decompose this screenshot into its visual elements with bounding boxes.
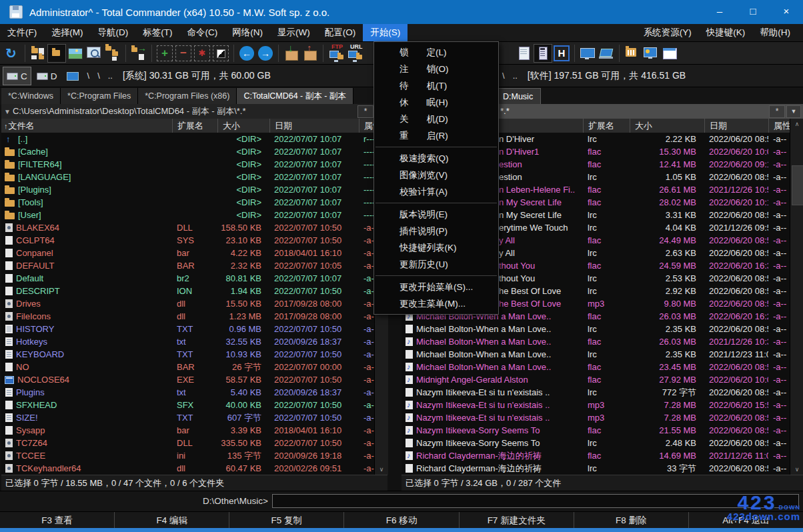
file-row[interactable]: [Plugins]<DIR>2022/07/07 10:07----	[1, 183, 374, 196]
folder-tab[interactable]: *C:Windows	[1, 88, 61, 105]
menubar-item[interactable]: 快捷键(K)	[699, 24, 753, 41]
start-menu-item[interactable]: 图像浏览(V)	[374, 167, 498, 183]
help-icon[interactable]: H	[553, 45, 570, 62]
file-row[interactable]: [..]<DIR>2022/07/07 10:07r---	[1, 133, 374, 145]
file-row[interactable]: [User]<DIR>2022/07/07 10:07----	[1, 209, 374, 221]
file-row[interactable]: HISTORYTXT0.96 MB2022/07/07 10:50-a--	[1, 323, 374, 335]
file-row[interactable]: Pluginstxt5.40 KB2020/09/26 18:37-a--	[1, 386, 374, 399]
file-row[interactable]: DESCRIPTION1.94 KB2022/07/07 10:50-a--	[1, 285, 374, 297]
start-menu-item[interactable]: 极速搜索(Q)	[374, 150, 498, 167]
file-row[interactable]: [LANGUAGE]<DIR>2022/07/07 10:07----	[1, 171, 374, 183]
left-path-bar[interactable]: ▼C:\Users\Administrator\Desktop\TotalCMD…	[1, 104, 400, 119]
file-row[interactable]: Nazym Itikeeva-Sorry Seems Tolrc2.48 KB2…	[402, 437, 790, 449]
column-header-attr[interactable]: 属性	[768, 119, 790, 133]
tree-view-icon[interactable]	[104, 45, 121, 62]
column-header-ext[interactable]: 扩展名	[172, 119, 217, 133]
folder-view-icon[interactable]	[47, 44, 66, 63]
scroll-down-icon[interactable]: ∨	[375, 464, 388, 475]
file-row[interactable]: DEFAULTBAR2.32 KB2022/07/07 10:05-a--	[1, 259, 374, 272]
left-column-headers[interactable]: ↑文件名扩展名大小日期属性	[1, 119, 374, 133]
file-row[interactable]: KEYBOARDTXT10.93 KB2022/07/07 10:50-a--	[1, 348, 374, 361]
start-menu-item[interactable]: 更改开始菜单(S)...	[374, 279, 498, 295]
start-menu-item[interactable]: 快捷键列表(K)	[374, 239, 498, 256]
file-row[interactable]: NOCLOSE64EXE58.57 KB2022/07/07 10:50-a--	[1, 373, 374, 386]
scrollbar-thumb[interactable]	[792, 165, 803, 205]
minimize-button[interactable]: –	[703, 0, 736, 24]
file-row[interactable]: [Tools]<DIR>2022/07/07 10:07----	[1, 196, 374, 209]
menubar-item[interactable]: 显示(W)	[270, 24, 317, 41]
file-row[interactable]: [Cache]<DIR>2022/07/07 10:07----	[1, 145, 374, 158]
history-back-icon[interactable]: ←	[238, 45, 255, 62]
menubar-item[interactable]: 标签(T)	[135, 24, 179, 41]
file-row[interactable]: Nazym Itikeeva-Et si tu n'existais ..mp3…	[402, 399, 790, 411]
start-menu-item[interactable]: 重 启(R)	[374, 127, 498, 144]
file-row[interactable]: Conpanelbar4.22 KB2018/04/01 16:10-a--	[1, 247, 374, 259]
fkey-button-f4[interactable]: F4 编辑	[114, 512, 229, 529]
menubar-item[interactable]: 文件(F)	[0, 24, 44, 41]
network-drive-button[interactable]	[63, 67, 83, 85]
start-menu-item[interactable]: 关 机(D)	[374, 111, 498, 127]
start-menu-item[interactable]: 更新历史(U)	[374, 256, 498, 273]
menubar-item[interactable]: 网络(N)	[225, 24, 270, 41]
file-row[interactable]: Midnight Angel-Gerald Alstonflac27.92 MB…	[402, 373, 790, 386]
fkey-button-f8[interactable]: F8 删除	[574, 512, 688, 529]
start-menu-item[interactable]: 注 销(O)	[374, 61, 498, 77]
notepad-icon[interactable]	[516, 45, 533, 62]
split-view-icon[interactable]	[29, 45, 47, 62]
file-row[interactable]: FileIconsdll1.23 MB2017/09/28 08:00-a--	[1, 310, 374, 323]
file-row[interactable]: Michael Bolton-When a Man Love..lrc2.35 …	[402, 348, 790, 361]
right-scrollbar[interactable]: ∧ ∨	[790, 119, 803, 475]
menubar-item[interactable]: 系统资源(Y)	[636, 24, 699, 41]
column-header-ext[interactable]: 扩展名	[583, 119, 630, 133]
computer-icon[interactable]	[598, 45, 615, 62]
drive-button-d[interactable]: D	[33, 67, 61, 85]
select-remove-icon[interactable]: −	[175, 45, 192, 62]
maximize-button[interactable]: □	[736, 0, 770, 24]
start-menu-item[interactable]: 版本说明(E)	[374, 206, 498, 223]
file-row[interactable]: Michael Bolton-When a Man Love..flac26.0…	[402, 335, 790, 348]
tab-d-music[interactable]: D:Music	[495, 88, 541, 105]
file-row[interactable]: Nazym Itikeeva-Et si tu n'existais ..mp3…	[402, 411, 790, 424]
file-row[interactable]: Michael Bolton-When a Man Love..lrc2.35 …	[402, 323, 790, 335]
menubar-item[interactable]: 选择(M)	[44, 24, 90, 41]
file-row[interactable]: SFXHEADSFX40.00 KB2022/07/07 10:50-a--	[1, 399, 374, 411]
copy-tree-icon[interactable]: →	[130, 45, 147, 62]
select-pattern-icon[interactable]: ✱	[193, 45, 211, 62]
folder-tab[interactable]: *C:Program Files	[61, 88, 138, 105]
path-shortcut-button[interactable]: \	[94, 68, 103, 84]
menubar-item[interactable]: 帮助(H)	[752, 24, 798, 41]
scroll-up-icon[interactable]: ∧	[790, 119, 803, 129]
fkey-button-f3[interactable]: F3 查看	[0, 512, 114, 529]
command-line-input[interactable]	[272, 494, 799, 508]
file-row[interactable]: Nazym Itikeeva-Et si tu n'existais ..lrc…	[402, 386, 790, 399]
drive-button-c[interactable]: C	[3, 67, 31, 85]
invert-selection-icon[interactable]	[212, 45, 229, 62]
url-connect-icon[interactable]: URL	[346, 45, 363, 62]
close-button[interactable]: ×	[770, 0, 803, 24]
refresh-icon[interactable]: ↻	[3, 45, 21, 62]
column-header-attr[interactable]: 属性	[359, 119, 374, 133]
start-menu-item[interactable]: 锁 定(L)	[374, 44, 498, 61]
start-menu-item[interactable]: 更改主菜单(M)...	[374, 295, 498, 312]
file-row[interactable]: Richard Clayderman-海边的祈祷flac14.69 MB2021…	[402, 449, 790, 462]
start-menu-item[interactable]: 待 机(T)	[374, 77, 498, 94]
start-menu-item[interactable]: 插件说明(P)	[374, 223, 498, 239]
scroll-down-icon[interactable]: ∨	[790, 464, 803, 475]
unpack-files-icon[interactable]: ↑	[301, 45, 319, 62]
calculator-icon[interactable]	[534, 44, 552, 63]
history-forward-icon[interactable]: →	[257, 45, 274, 62]
display-settings-icon[interactable]	[642, 45, 660, 62]
fkey-button-f6[interactable]: F6 移动	[343, 512, 458, 529]
file-row[interactable]: [FILTER64]<DIR>2022/07/07 10:07----	[1, 158, 374, 171]
path-shortcut-button[interactable]: \	[84, 68, 93, 84]
column-header-size[interactable]: 大小	[217, 119, 269, 133]
file-row[interactable]: TCKeyhandler64dll60.47 KB2020/02/26 09:5…	[1, 462, 374, 475]
menubar-item[interactable]: 开始(S)	[363, 24, 408, 41]
file-row[interactable]: Sysappbar3.39 KB2018/04/01 16:10-a--	[1, 424, 374, 437]
file-row[interactable]: CGLPT64SYS23.10 KB2022/07/07 10:50-a--	[1, 234, 374, 247]
column-header-size[interactable]: 大小	[630, 119, 704, 133]
file-row[interactable]: Michael Bolton-When a Man Love..flac23.4…	[402, 361, 790, 373]
file-row[interactable]: TC7Z64DLL335.50 KB2022/07/07 10:50-a--	[1, 437, 374, 449]
fkey-button-f7[interactable]: F7 新建文件夹	[459, 512, 574, 529]
file-row[interactable]: Nazym Itikeeva-Sorry Seems Toflac21.55 M…	[402, 424, 790, 437]
